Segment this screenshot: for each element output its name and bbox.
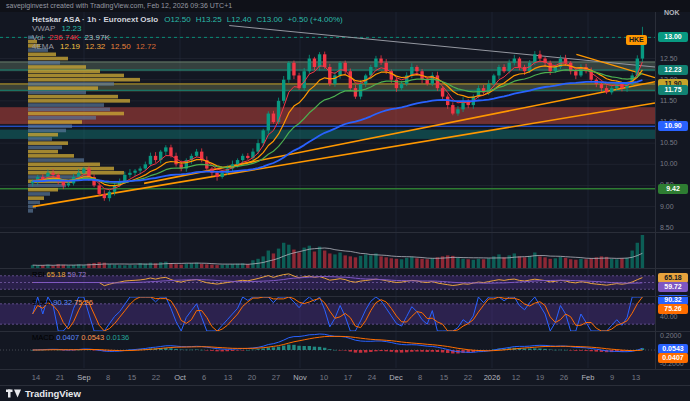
time-axis-label: 21: [56, 373, 64, 382]
ohlc-open: O12.50: [164, 15, 190, 24]
macd-value: 0.0407: [56, 333, 79, 342]
price-tick-label: 0.2000: [660, 332, 681, 340]
time-axis-label: 15: [440, 373, 448, 382]
time-axis-label: 2026: [484, 373, 501, 382]
price-tick-label: 40.00: [660, 313, 678, 321]
price-tick-label: 10.00: [660, 160, 678, 168]
ohlc-change: +0.50 (+4.00%): [288, 15, 343, 24]
time-axis-label: Sep: [77, 373, 90, 382]
price-tick-label: 12.50: [660, 55, 678, 63]
chart-plot: [0, 12, 655, 369]
ema-legend-row[interactable]: 4EMA 12.19 12.32 12.50 12.72: [32, 42, 346, 51]
ema-label: 4EMA: [32, 42, 54, 51]
time-axis[interactable]: 1421Sep81522Oct6132027Nov101724Dec815222…: [0, 369, 690, 385]
price-tick-label: 8.50: [660, 224, 674, 232]
time-axis-label: 17: [344, 373, 352, 382]
ohlc-low: L12.40: [227, 15, 251, 24]
time-axis-label: Oct: [174, 373, 186, 382]
price-badge: 75.26: [658, 304, 688, 314]
time-axis-label: Feb: [582, 373, 595, 382]
pane-separator[interactable]: [0, 268, 690, 269]
ohlc-high: H13.25: [196, 15, 222, 24]
volume-legend-row[interactable]: Vol 236.74K 23.97K: [32, 33, 346, 42]
alert-price-badge[interactable]: HKE: [626, 35, 647, 45]
price-badge: 11.75: [658, 85, 688, 95]
price-badge: 13.00: [658, 32, 688, 42]
macd-label: MACD: [32, 333, 54, 342]
price-badge: 12.23: [658, 65, 688, 75]
time-axis-label: 12: [512, 373, 520, 382]
price-tick-label: 9.00: [660, 203, 674, 211]
tradingview-window: savepiginvest created with TradingView.c…: [0, 0, 690, 401]
pane-separator[interactable]: [0, 232, 690, 233]
time-axis-label: 9: [610, 373, 614, 382]
price-tick-label: 11.50: [660, 97, 677, 105]
attribution-bar: savepiginvest created with TradingView.c…: [0, 0, 690, 12]
symbol-title[interactable]: Hetskar ASA · 1h · Euronext Oslo: [32, 15, 158, 24]
volume-value: 236.74K: [49, 33, 79, 42]
macd-hist-value: 0.0136: [106, 333, 129, 342]
price-scale[interactable]: NOK13.0012.5012.0011.5011.0010.5010.009.…: [655, 12, 690, 369]
time-axis-label: 13: [632, 373, 640, 382]
price-tick-label: 10.50: [660, 139, 678, 147]
time-axis-label: 8: [418, 373, 422, 382]
price-tick-label: NOK: [664, 9, 680, 17]
time-axis-label: 22: [152, 373, 160, 382]
rsi-ma-value: 59.72: [67, 270, 86, 279]
stoch-d-value: 75.26: [74, 298, 93, 307]
ema-value-3: 12.50: [111, 42, 131, 51]
stoch-legend-row[interactable]: Stoch 90.32 75.26: [32, 298, 93, 307]
macd-signal-value: 0.0543: [81, 333, 104, 342]
stoch-label: Stoch: [32, 298, 51, 307]
time-axis-label: 15: [128, 373, 136, 382]
rsi-legend-row[interactable]: RSI 65.18 59.72: [32, 270, 86, 279]
chart-canvas[interactable]: Hetskar ASA · 1h · Euronext Oslo O12.50 …: [0, 12, 655, 369]
brand-text: TradingView: [25, 388, 81, 399]
time-axis-label: 10: [320, 373, 328, 382]
vwap-legend-row[interactable]: VWAP 12.23: [32, 24, 346, 33]
ohlc-close: C13.00: [257, 15, 283, 24]
time-axis-label: 8: [106, 373, 110, 382]
stoch-k-value: 90.32: [53, 298, 72, 307]
time-axis-label: 27: [272, 373, 280, 382]
time-axis-label: 13: [224, 373, 232, 382]
vwap-label: VWAP: [32, 24, 55, 33]
volume-label: Vol: [32, 33, 43, 42]
price-badge: 9.42: [658, 184, 688, 194]
pane-separator[interactable]: [0, 331, 690, 332]
tradingview-logo[interactable]: TradingView: [6, 388, 81, 399]
ema-value-1: 12.19: [60, 42, 80, 51]
pane-separator[interactable]: [0, 296, 690, 297]
symbol-legend-row[interactable]: Hetskar ASA · 1h · Euronext Oslo O12.50 …: [32, 15, 346, 24]
footer-bar: TradingView: [0, 385, 690, 401]
rsi-label: RSI: [32, 270, 45, 279]
time-axis-label: 26: [560, 373, 568, 382]
tradingview-logo-icon: [6, 388, 21, 399]
time-axis-label: 6: [202, 373, 206, 382]
rsi-value: 65.18: [47, 270, 66, 279]
attribution-text: savepiginvest created with TradingView.c…: [6, 2, 232, 9]
time-axis-label: 24: [368, 373, 376, 382]
time-axis-label: 14: [32, 373, 40, 382]
legend: Hetskar ASA · 1h · Euronext Oslo O12.50 …: [32, 15, 346, 51]
macd-legend-row[interactable]: MACD 0.0407 0.0543 0.0136: [32, 333, 129, 342]
price-badge: 10.90: [658, 121, 688, 131]
time-axis-label: 19: [536, 373, 544, 382]
time-axis-label: 20: [248, 373, 256, 382]
volume-ma-value: 23.97K: [84, 33, 109, 42]
time-axis-label: Nov: [293, 373, 306, 382]
time-axis-label: Dec: [389, 373, 402, 382]
ema-value-4: 12.72: [136, 42, 156, 51]
price-badge: 59.72: [658, 282, 688, 292]
time-axis-label: 22: [464, 373, 472, 382]
price-badge: 0.0407: [658, 353, 688, 363]
ema-value-2: 12.32: [85, 42, 105, 51]
vwap-value: 12.23: [62, 24, 82, 33]
